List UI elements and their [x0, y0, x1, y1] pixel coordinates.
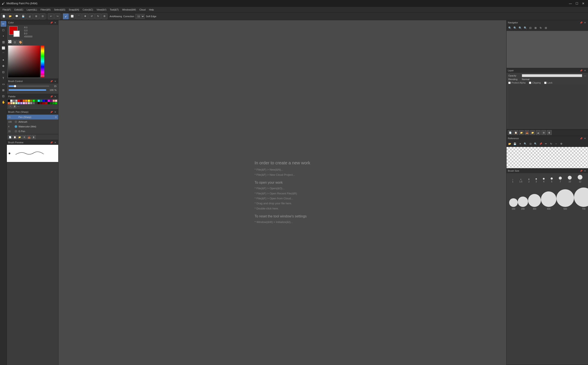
palette-swatch[interactable]	[28, 100, 30, 102]
reference-pin[interactable]: 📌	[579, 137, 583, 140]
layer-folder-button[interactable]: 📁	[530, 130, 535, 135]
brush-preview-pin[interactable]: 📌	[50, 141, 53, 144]
protect-alpha-checkbox[interactable]	[508, 82, 511, 84]
ref-open-button[interactable]: 📂	[507, 141, 512, 146]
menu-select[interactable]: Select(&S)	[52, 8, 67, 12]
grid2-button[interactable]: ⊟	[40, 13, 46, 19]
brush-size-item[interactable]: 4	[543, 178, 545, 183]
brush-list-item[interactable]: 15 G Pen	[7, 129, 58, 134]
ref-zoom-fit[interactable]: ⊡	[528, 141, 533, 146]
opacity-bar[interactable]	[522, 74, 582, 77]
lock-label[interactable]: Lock	[544, 81, 552, 84]
palette-swatch[interactable]	[25, 100, 27, 102]
palette-swatch[interactable]	[10, 102, 13, 104]
brush-add-button[interactable]: 📄	[8, 135, 12, 139]
menu-view[interactable]: View(&V)	[95, 8, 108, 12]
brush-size-close[interactable]: ✕	[583, 169, 587, 173]
brush-copy-button[interactable]: 📋	[13, 135, 17, 139]
brush-folder-button[interactable]: 📁	[18, 135, 21, 139]
close-button[interactable]: ✕	[580, 0, 586, 7]
palette-swatch[interactable]	[53, 100, 55, 102]
pen-tool-button[interactable]: ✏	[1, 21, 6, 27]
print-button[interactable]: 🖨	[27, 13, 33, 19]
brush-control-close[interactable]: ✕	[54, 79, 57, 83]
nav-zoom-in2[interactable]: 🔍	[523, 26, 528, 30]
palette-swatch[interactable]	[15, 100, 17, 102]
palette-swatch[interactable]	[55, 102, 57, 104]
palette-swatch[interactable]	[35, 102, 37, 104]
eyedropper-button[interactable]: ⊡	[13, 40, 17, 45]
clipping-label[interactable]: Clipping	[529, 81, 541, 84]
gradient-tool-button[interactable]: ▥	[1, 39, 6, 45]
palette-button[interactable]: 🎨	[18, 40, 23, 45]
clipping-checkbox[interactable]	[529, 82, 531, 84]
rotate-left-button[interactable]: ↺	[89, 13, 95, 19]
palette-swatch[interactable]	[43, 102, 45, 104]
nav-flip[interactable]: ⊟	[544, 26, 548, 30]
palette-pin[interactable]: 📌	[50, 95, 53, 98]
brush-delete-button[interactable]: 🗑	[32, 135, 36, 139]
nav-fit[interactable]: ⊡	[528, 26, 533, 30]
eraser-tool-button[interactable]: ◻	[1, 27, 6, 33]
brush-size-item[interactable]: 3	[536, 178, 537, 183]
save-button[interactable]: 💾	[20, 13, 26, 19]
palette-swatch[interactable]	[30, 100, 32, 102]
ref-rotate[interactable]: ↻	[549, 141, 553, 146]
menu-color[interactable]: Color(&C)	[81, 8, 95, 12]
brush-settings-button[interactable]: ⚙	[22, 135, 26, 139]
palette-swatch[interactable]	[45, 102, 47, 104]
brush-size-item[interactable]: 150	[509, 198, 518, 210]
palette-close[interactable]: ✕	[54, 95, 57, 98]
select-mode-button[interactable]: ⬜	[69, 13, 75, 19]
brush-list-item[interactable]: 100 Airbrush	[7, 119, 58, 124]
transparent-button[interactable]	[8, 40, 12, 43]
brush-mode-button[interactable]: 🖌	[63, 13, 69, 19]
hand-tool-button[interactable]: ✋	[1, 99, 6, 105]
palette-swatch[interactable]	[43, 100, 45, 102]
minimize-button[interactable]: —	[567, 0, 573, 7]
ref-save-button[interactable]: 💾	[513, 141, 517, 146]
palette-swatch[interactable]	[8, 100, 10, 102]
reference-close[interactable]: ✕	[583, 137, 587, 140]
menu-tool[interactable]: Tool(&T)	[108, 8, 120, 12]
layer-combine-button[interactable]: ⊞	[541, 130, 546, 135]
palette-swatch[interactable]	[38, 102, 40, 104]
palette-swatch[interactable]	[18, 102, 20, 104]
transform-button[interactable]: ✥	[82, 13, 88, 19]
brush-size-item[interactable]: 400	[541, 191, 556, 210]
menu-filter[interactable]: Filter(&R)	[39, 8, 52, 12]
brush-preview-close[interactable]: ✕	[54, 141, 57, 144]
palette-swatch[interactable]	[55, 100, 57, 102]
palette-swatch[interactable]	[33, 100, 35, 102]
fill-tool-button[interactable]: ▪	[1, 33, 6, 39]
brush-size-item[interactable]: 700	[574, 188, 588, 210]
text-tool-button[interactable]: T	[1, 75, 6, 81]
palette-swatch[interactable]	[23, 102, 25, 104]
palette-swatch[interactable]	[38, 100, 40, 102]
color-hue-strip[interactable]	[41, 46, 44, 77]
palette-swatch[interactable]	[30, 102, 32, 104]
palette-swatch[interactable]	[40, 100, 42, 102]
layer-copy-button[interactable]: 📋	[513, 130, 518, 135]
layer-group-button[interactable]: 📁	[519, 130, 524, 135]
layer-import-button[interactable]: 📥	[524, 130, 529, 135]
brush-list-close[interactable]: ✕	[54, 110, 57, 114]
brush-size-item[interactable]: 1	[512, 179, 513, 183]
brush-size-item[interactable]: 10	[568, 176, 572, 183]
maximize-button[interactable]: ☐	[574, 0, 580, 7]
brush-size-item[interactable]: 200	[518, 197, 528, 210]
brush-list-item[interactable]: 15 Pen (Sharp) ⚙	[7, 115, 58, 119]
palette-swatch[interactable]	[15, 102, 17, 104]
ref-pin-btn[interactable]: 📌	[538, 141, 543, 146]
color-panel-pin[interactable]: 📌	[50, 21, 53, 24]
ref-flip[interactable]: ↔	[554, 141, 559, 146]
protect-alpha-label[interactable]: Protect Alpha	[508, 81, 525, 84]
brush-size-pin[interactable]: 📌	[579, 169, 583, 173]
layer-cloud-button[interactable]: ☁	[536, 130, 540, 135]
palette-swatch[interactable]	[28, 102, 30, 104]
brush-size-item[interactable]: 12	[578, 175, 582, 183]
ref-draw-button[interactable]: ✏	[544, 141, 548, 146]
layer-close[interactable]: ✕	[583, 69, 587, 72]
palette-swatch[interactable]	[13, 102, 15, 104]
brush-list-item[interactable]: 4 Watercolor (Wet)	[7, 124, 58, 129]
